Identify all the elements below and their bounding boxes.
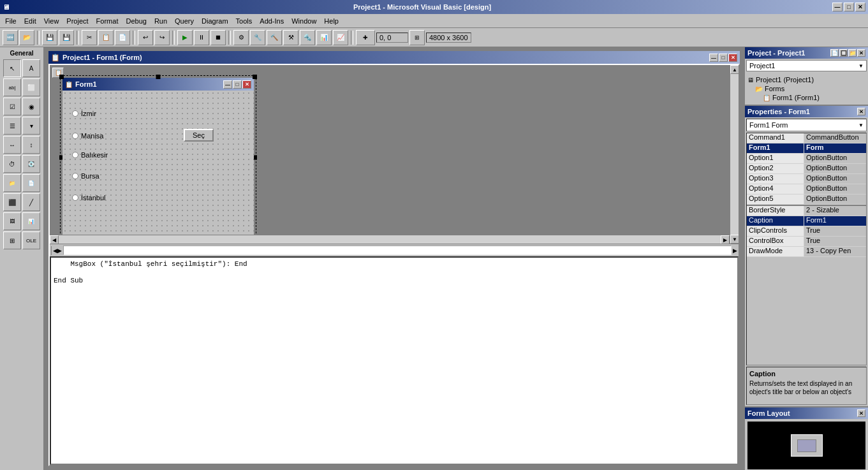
toolbox-textbox[interactable]: ab| — [3, 78, 21, 96]
tb-cut-btn[interactable]: ✂ — [82, 30, 97, 45]
toolbox-drive[interactable]: 💽 — [22, 155, 40, 173]
radio-istanbul[interactable]: İstanbul — [72, 194, 106, 202]
prop-row-command1[interactable]: Command1 CommandButton — [747, 133, 866, 143]
tree-form1[interactable]: 📋 Form1 (Form1) — [747, 93, 865, 102]
menu-addins[interactable]: Add-Ins — [256, 16, 288, 26]
project-dropdown[interactable]: Project1 ▼ — [746, 60, 867, 71]
form1-max-btn[interactable]: □ — [233, 80, 242, 89]
tb-redo-btn[interactable]: ↪ — [154, 30, 170, 45]
hscroll-left-btn[interactable]: ◀ — [50, 235, 59, 244]
form-layout-form-preview[interactable] — [797, 439, 816, 452]
toolbox-grid[interactable]: ⊞ — [3, 231, 21, 249]
tb-menu-btn[interactable]: ⚙ — [233, 30, 249, 45]
tb-run-btn[interactable]: ▶ — [177, 30, 193, 45]
toolbox-pointer[interactable]: ↖ — [3, 59, 21, 77]
vscroll-track[interactable] — [730, 74, 739, 235]
handle-tr[interactable] — [253, 75, 257, 79]
form1-surface[interactable]: İzmir Manisa Balıkesir — [63, 91, 254, 237]
properties-close-btn[interactable]: ✕ — [857, 108, 865, 115]
menu-debug[interactable]: Debug — [122, 16, 150, 26]
tb-save-btn[interactable]: 💾 — [42, 30, 57, 45]
toolbox-timer[interactable]: ⏱ — [3, 155, 21, 173]
handle-tc[interactable] — [156, 75, 161, 79]
menu-run[interactable]: Run — [151, 16, 171, 26]
toolbox-image[interactable]: 🖼 — [3, 212, 21, 230]
tb-proj-btn[interactable]: 🔧 — [250, 30, 265, 45]
tb-paste-btn[interactable]: 📄 — [115, 30, 130, 45]
main-maximize-btn[interactable]: □ — [844, 3, 854, 11]
toolbox-checkbox[interactable]: ☑ — [3, 98, 21, 115]
prop-row-borderstyle[interactable]: BorderStyle 2 - Sizable — [747, 206, 866, 216]
form-layout-close-btn[interactable]: ✕ — [857, 409, 865, 417]
prop-row-drawmode[interactable]: DrawMode 13 - Copy Pen — [747, 247, 866, 257]
project-panel-btn2[interactable]: 🔲 — [839, 49, 848, 57]
code-right-arrow[interactable]: ▶ — [733, 247, 737, 254]
project-panel-btn1[interactable]: 📄 — [830, 49, 839, 57]
form1-close-btn[interactable]: ✕ — [242, 80, 251, 89]
project-panel-close-btn[interactable]: ✕ — [857, 49, 865, 57]
tb-pause-btn[interactable]: ⏸ — [194, 30, 209, 45]
project-panel-btn3[interactable]: 📁 — [848, 49, 857, 57]
toolbox-dir[interactable]: 📁 — [3, 174, 21, 192]
sec-button[interactable]: Seç — [184, 129, 214, 142]
prop-row-option4[interactable]: Option4 OptionButton — [747, 184, 866, 195]
toolbox-ole[interactable]: OLE — [22, 231, 40, 249]
radio-izmir[interactable]: İzmir — [72, 110, 96, 117]
menu-help[interactable]: Help — [320, 16, 342, 26]
prop-row-option5[interactable]: Option5 OptionButton — [747, 195, 866, 205]
menu-diagram[interactable]: Diagram — [198, 16, 232, 26]
prop-row-controlbox[interactable]: ControlBox True — [747, 237, 866, 247]
tb-tools3-btn[interactable]: 🔩 — [300, 30, 315, 45]
radio-manisa[interactable]: Manisa — [72, 132, 103, 140]
tb-undo-btn[interactable]: ↩ — [138, 30, 153, 45]
prop-row-caption[interactable]: Caption Form1 — [747, 216, 866, 226]
toolbox-hscroll[interactable]: ↔ — [3, 136, 21, 154]
toolbox-file[interactable]: 📄 — [22, 174, 40, 192]
toolbox-line[interactable]: ╱ — [22, 193, 40, 211]
menu-project[interactable]: Project — [63, 16, 92, 26]
prop-row-option1[interactable]: Option1 OptionButton — [747, 154, 866, 164]
prop-row-clipcontrols[interactable]: ClipControls True — [747, 226, 866, 237]
toolbox-commandbutton[interactable]: ⬜ — [22, 78, 40, 96]
hscroll-right-btn[interactable]: ▶ — [721, 235, 730, 244]
tb-tools-btn[interactable]: 🔨 — [267, 30, 282, 45]
radio-bursa[interactable]: Bursa — [72, 172, 99, 180]
code-editor[interactable]: MsgBox ("İstanbul şehri seçilmiştir"): E… — [50, 256, 739, 465]
menu-file[interactable]: File — [1, 16, 20, 26]
handle-tl[interactable] — [59, 75, 64, 79]
code-obj-arrow[interactable]: ◀▶ — [53, 247, 62, 254]
prop-row-form1[interactable]: Form1 Form — [747, 143, 866, 154]
tb-save2-btn[interactable]: 💾 — [59, 30, 74, 45]
toolbox-data[interactable]: 📊 — [22, 212, 40, 230]
menu-view[interactable]: View — [40, 16, 63, 26]
outer-window-max-btn[interactable]: □ — [719, 54, 728, 62]
tb-tools2-btn[interactable]: ⚒ — [283, 30, 298, 45]
vscroll-up-btn[interactable]: ▲ — [730, 65, 739, 74]
prop-row-option2[interactable]: Option2 OptionButton — [747, 164, 866, 174]
radio-balikesir[interactable]: Balıkesir — [72, 151, 108, 159]
outer-window-min-btn[interactable]: — — [709, 54, 718, 62]
vscroll-down-btn[interactable]: ▼ — [730, 235, 739, 244]
tb-new-btn[interactable]: 🆕 — [3, 30, 18, 45]
toolbox-label[interactable]: A — [22, 59, 40, 77]
tb-open-btn[interactable]: 📂 — [19, 30, 34, 45]
toolbox-optionbutton[interactable]: ◉ — [22, 98, 40, 115]
menu-window[interactable]: Window — [288, 16, 320, 26]
prop-row-option3[interactable]: Option3 OptionButton — [747, 174, 866, 184]
menu-query[interactable]: Query — [171, 16, 198, 26]
tb-stop-btn[interactable]: ⏹ — [210, 30, 226, 45]
toolbox-shape[interactable]: ⬛ — [3, 193, 21, 211]
toolbox-combobox[interactable]: ▾ — [22, 117, 40, 135]
tb-copy-btn[interactable]: 📋 — [98, 30, 114, 45]
main-close-btn[interactable]: ✕ — [855, 3, 865, 11]
form1-min-btn[interactable]: — — [223, 80, 232, 89]
toolbox-vscroll[interactable]: ↕ — [22, 136, 40, 154]
properties-dropdown[interactable]: Form1 Form ▼ — [746, 119, 867, 131]
menu-tools[interactable]: Tools — [232, 16, 256, 26]
main-minimize-btn[interactable]: — — [832, 3, 842, 11]
hscroll-track[interactable] — [59, 235, 721, 244]
toolbox-listbox[interactable]: ☰ — [3, 117, 21, 135]
menu-edit[interactable]: Edit — [20, 16, 40, 26]
tree-forms[interactable]: 📂 Forms — [747, 84, 865, 93]
menu-format[interactable]: Format — [92, 16, 122, 26]
